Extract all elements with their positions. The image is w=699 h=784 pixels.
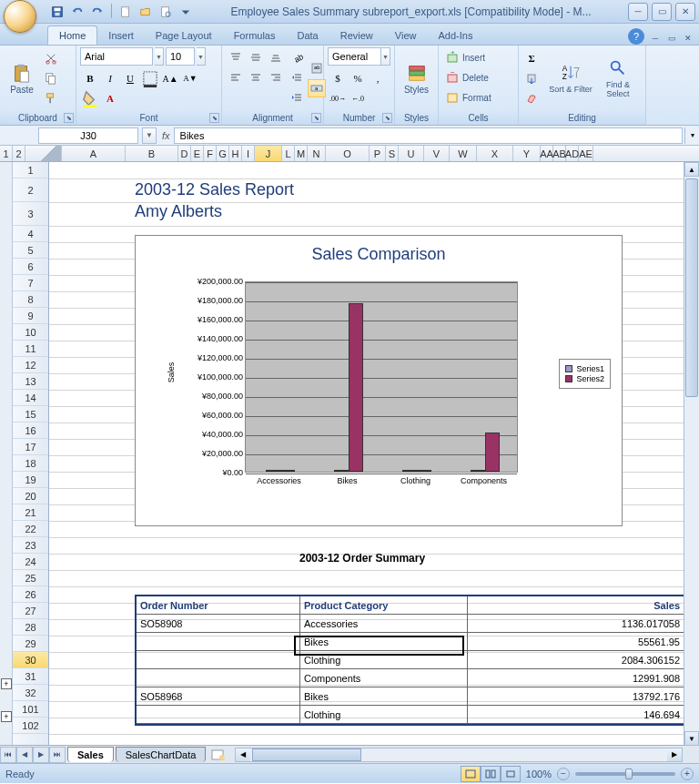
clipboard-launcher[interactable]: ⬊ xyxy=(64,113,74,123)
row-header-19[interactable]: 19 xyxy=(13,472,48,488)
delete-cells-button[interactable]: −Delete xyxy=(442,67,495,87)
zoom-out-button[interactable]: − xyxy=(557,768,570,780)
row-header-20[interactable]: 20 xyxy=(13,488,48,504)
row-header-1[interactable]: 1 xyxy=(13,162,48,178)
minimize-button[interactable]: ─ xyxy=(628,3,648,21)
italic-button[interactable]: I xyxy=(100,69,120,87)
print-preview-icon[interactable] xyxy=(157,4,174,20)
undo-icon[interactable] xyxy=(69,4,86,20)
row-header-23[interactable]: 23 xyxy=(13,537,48,554)
new-sheet-icon[interactable] xyxy=(209,748,228,762)
column-header-E[interactable]: E xyxy=(191,146,204,161)
row-header-13[interactable]: 13 xyxy=(13,373,48,390)
column-header-G[interactable]: G xyxy=(217,146,229,161)
view-page-layout-icon[interactable] xyxy=(481,766,501,782)
column-header-X[interactable]: X xyxy=(477,146,513,161)
row-header-101[interactable]: 101 xyxy=(13,701,48,718)
paste-button[interactable]: Paste xyxy=(4,47,40,109)
close-button[interactable]: ✕ xyxy=(675,3,695,21)
column-header-B[interactable]: B xyxy=(126,146,178,161)
zoom-thumb[interactable] xyxy=(625,769,633,779)
column-header-U[interactable]: U xyxy=(399,146,424,161)
mdi-minimize[interactable]: ─ xyxy=(648,32,663,45)
column-header-AD[interactable]: AD xyxy=(566,146,579,161)
autosum-icon[interactable]: Σ xyxy=(522,49,541,67)
view-normal-icon[interactable] xyxy=(461,766,481,782)
format-cells-button[interactable]: Format xyxy=(442,87,495,107)
grow-font-button[interactable]: A▲ xyxy=(160,69,180,87)
tab-formulas[interactable]: Formulas xyxy=(223,26,287,45)
row-header-3[interactable]: 3 xyxy=(13,202,48,226)
align-middle-icon[interactable] xyxy=(246,47,266,67)
currency-button[interactable]: $ xyxy=(328,69,348,87)
row-header-25[interactable]: 25 xyxy=(13,570,48,586)
tab-page-layout[interactable]: Page Layout xyxy=(145,26,223,45)
column-header-AA[interactable]: AA xyxy=(541,146,553,161)
name-box[interactable]: J30 xyxy=(38,127,138,144)
decrease-decimal-icon[interactable]: ←.0 xyxy=(348,89,368,107)
align-left-icon[interactable] xyxy=(226,67,246,87)
alignment-launcher[interactable]: ⬊ xyxy=(311,113,321,123)
outline-level-1[interactable]: 1 xyxy=(0,146,13,161)
column-header-A[interactable]: A xyxy=(62,146,126,161)
row-header-24[interactable]: 24 xyxy=(13,554,48,570)
row-header-6[interactable]: 6 xyxy=(13,259,48,275)
column-header-L[interactable]: L xyxy=(282,146,295,161)
row-header-10[interactable]: 10 xyxy=(13,324,48,341)
sort-filter-button[interactable]: AZ Sort & Filter xyxy=(548,47,593,109)
tab-review[interactable]: Review xyxy=(329,26,384,45)
number-format-dropdown[interactable]: ▼ xyxy=(381,47,390,66)
vertical-scrollbar[interactable]: ▲ ▼ xyxy=(684,162,699,746)
column-header-S[interactable]: S xyxy=(386,146,399,161)
scroll-up-button[interactable]: ▲ xyxy=(684,162,699,177)
row-header-32[interactable]: 32 xyxy=(13,685,48,701)
fill-icon[interactable] xyxy=(522,69,541,87)
outline-expand-2[interactable]: + xyxy=(1,711,12,722)
column-header-F[interactable]: F xyxy=(204,146,217,161)
new-icon[interactable] xyxy=(117,4,134,20)
row-header-21[interactable]: 21 xyxy=(13,504,48,521)
format-painter-icon[interactable] xyxy=(42,89,60,107)
view-page-break-icon[interactable] xyxy=(501,766,521,782)
redo-icon[interactable] xyxy=(89,4,106,20)
clear-icon[interactable] xyxy=(522,89,541,107)
column-header-P[interactable]: P xyxy=(370,146,386,161)
row-header-18[interactable]: 18 xyxy=(13,455,48,472)
open-icon[interactable] xyxy=(137,4,154,20)
row-header-11[interactable]: 11 xyxy=(13,341,48,357)
vscroll-thumb[interactable] xyxy=(685,178,698,397)
scroll-down-button[interactable]: ▼ xyxy=(684,731,699,746)
row-header-5[interactable]: 5 xyxy=(13,242,48,259)
tab-home[interactable]: Home xyxy=(47,25,97,45)
column-header-V[interactable]: V xyxy=(424,146,450,161)
row-header-15[interactable]: 15 xyxy=(13,406,48,423)
insert-cells-button[interactable]: +Insert xyxy=(442,47,495,67)
font-size-select[interactable]: 10 xyxy=(166,47,195,66)
font-name-select[interactable]: Arial xyxy=(80,47,153,66)
worksheet-canvas[interactable]: 2003-12 Sales Report Amy Alberts Sales C… xyxy=(49,162,699,745)
font-size-dropdown[interactable]: ▼ xyxy=(197,47,206,66)
align-center-icon[interactable] xyxy=(246,67,266,87)
tab-nav-first[interactable]: ⏮ xyxy=(0,747,16,763)
border-button[interactable] xyxy=(140,69,160,87)
row-header-26[interactable]: 26 xyxy=(13,586,48,603)
increase-indent-icon[interactable] xyxy=(288,89,306,107)
zoom-percent[interactable]: 100% xyxy=(526,769,552,779)
hscroll-left[interactable]: ◀ xyxy=(236,748,250,761)
tab-view[interactable]: View xyxy=(384,26,428,45)
shrink-font-button[interactable]: A▼ xyxy=(180,69,200,87)
number-launcher[interactable]: ⬊ xyxy=(382,113,392,123)
column-header-I[interactable]: I xyxy=(242,146,255,161)
fill-color-button[interactable] xyxy=(80,89,100,107)
horizontal-scrollbar[interactable]: ◀ ▶ xyxy=(235,748,683,762)
fx-icon[interactable]: fx xyxy=(162,130,170,141)
name-box-dropdown[interactable]: ▼ xyxy=(142,127,157,144)
align-right-icon[interactable] xyxy=(266,67,286,87)
merge-center-icon[interactable]: a xyxy=(308,79,326,97)
zoom-in-button[interactable]: + xyxy=(681,768,694,780)
row-header-14[interactable]: 14 xyxy=(13,390,48,406)
save-icon[interactable] xyxy=(49,4,66,20)
formula-input[interactable]: Bikes xyxy=(174,127,683,144)
row-header-29[interactable]: 29 xyxy=(13,636,48,652)
row-header-7[interactable]: 7 xyxy=(13,275,48,291)
